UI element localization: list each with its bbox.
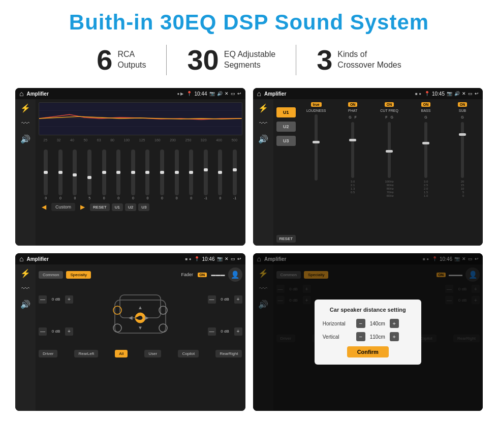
eq-x-icon: ✕ — [225, 91, 229, 96]
dialog-title: Car speaker distance setting — [323, 307, 413, 313]
dialog-overlay: Car speaker distance setting Horizontal … — [253, 253, 483, 411]
cross-location-icon: 📍 — [424, 91, 430, 96]
fader-status-bar: ⌂ Amplifier ■ ● 📍 10:46 📷 ✕ ▭ ↩ — [15, 253, 245, 264]
zone-buttons-row: Driver RearLeft All User Copilot RearRig… — [39, 350, 242, 357]
db-plus-2[interactable]: + — [65, 327, 73, 336]
eq-slider-3[interactable]: 0 — [73, 150, 77, 200]
fader-home-icon[interactable]: ⌂ — [19, 255, 23, 263]
eq-u1-btn[interactable]: U1 — [112, 203, 123, 211]
eq-sliders-area[interactable]: 0 0 0 5 — [39, 144, 242, 200]
eq-prev-btn[interactable]: ◀ — [39, 202, 49, 212]
svg-text:◀▶: ◀▶ — [135, 315, 143, 320]
db-plus-4[interactable]: + — [234, 327, 242, 336]
db-minus-2[interactable]: — — [39, 327, 47, 336]
stat-eq: 30 EQ AdjustableSegments — [167, 46, 296, 74]
screens-grid: ⌂ Amplifier ● ▶ 📍 10:44 📷 🔊 ✕ ▭ ↩ ⚡ 〰 🔊 — [15, 88, 483, 411]
vertical-plus-btn[interactable]: + — [390, 332, 399, 341]
horizontal-minus-btn[interactable]: − — [356, 319, 365, 328]
vertical-minus-btn[interactable]: − — [356, 332, 365, 341]
eq-reset-btn[interactable]: RESET — [90, 203, 110, 211]
db-row-1: — 0 dB + — [39, 295, 73, 304]
rearleft-btn[interactable]: RearLeft — [74, 350, 98, 357]
confirm-button[interactable]: Confirm — [347, 346, 389, 357]
eq-slider-14[interactable]: -1 — [233, 150, 237, 200]
eq-slider-11[interactable]: 0 — [189, 150, 193, 200]
bass-label: BASS — [421, 109, 431, 112]
u2-button[interactable]: U2 — [276, 122, 296, 132]
eq-slider-7[interactable]: 0 — [131, 150, 135, 200]
eq-sidebar-wave-icon[interactable]: 〰 — [21, 119, 29, 128]
eq-slider-2[interactable]: 0 — [58, 150, 63, 200]
fader-sidebar-wave-icon[interactable]: 〰 — [21, 284, 29, 293]
cross-sidebar-wave-icon[interactable]: 〰 — [259, 119, 267, 128]
vertical-label: Vertical — [323, 334, 353, 340]
eq-slider-8[interactable]: 0 — [145, 150, 149, 200]
cross-sidebar-vol-icon[interactable]: 🔊 — [258, 134, 268, 144]
eq-slider-13[interactable]: 0 — [218, 150, 222, 200]
horizontal-plus-btn[interactable]: + — [390, 319, 399, 328]
fader-sidebar-vol-icon[interactable]: 🔊 — [20, 300, 30, 309]
right-db-controls: — 0 dB + — 0 dB + — [208, 285, 242, 346]
ch-bass: ON BASS G 3.0 2.5 2.0 1.5 1.0 — [409, 102, 443, 243]
db-plus-1[interactable]: + — [65, 295, 73, 304]
bass-track[interactable] — [424, 122, 427, 178]
eq-slider-1[interactable]: 0 — [44, 150, 48, 200]
eq-u2-btn[interactable]: U2 — [125, 203, 136, 211]
db-row-3: — 0 dB + — [208, 295, 242, 304]
db-minus-1[interactable]: — — [39, 295, 47, 304]
db-val-3: 0 dB — [218, 297, 232, 302]
phat-track[interactable] — [351, 122, 354, 178]
eq-slider-6[interactable]: 0 — [116, 150, 120, 200]
ch-sub: ON SUB G 20 15 10 5 0 — [445, 102, 480, 243]
eq-slider-5[interactable]: 0 — [102, 150, 106, 200]
horizontal-control: − 140cm + — [356, 319, 399, 328]
fader-sidebar-eq-icon[interactable]: ⚡ — [20, 268, 30, 278]
db-plus-3[interactable]: + — [234, 295, 242, 304]
fader-specialty-tab[interactable]: Specialty — [66, 271, 90, 279]
cross-reset-btn[interactable]: RESET — [276, 235, 296, 243]
rearright-btn[interactable]: RearRight — [215, 350, 242, 357]
svg-text:▲: ▲ — [138, 305, 143, 310]
svg-text:◀: ◀ — [129, 315, 133, 320]
eq-screen-title: Amplifier — [26, 91, 174, 97]
sub-track[interactable] — [461, 122, 464, 178]
stat-crossover-text: Kinds ofCrossover Modes — [337, 49, 401, 71]
db-minus-4[interactable]: — — [208, 327, 216, 336]
all-btn[interactable]: All — [115, 350, 128, 357]
cutfreq-on-badge: ON — [385, 102, 394, 107]
db-minus-3[interactable]: — — [208, 295, 216, 304]
eq-play-btn[interactable]: ▶ — [77, 202, 88, 212]
cutfreq-track[interactable] — [388, 122, 391, 178]
loudness-label: LOUDNESS — [306, 109, 326, 112]
fader-dot-icons: ■ ● — [185, 257, 192, 261]
fader-layout: — 0 dB + — 0 dB + — [39, 285, 242, 346]
car-svg: ◀▶ ▲ ▼ ◀ ▶ — [107, 285, 173, 346]
eq-slider-10[interactable]: 0 — [175, 150, 179, 200]
u3-button[interactable]: U3 — [276, 136, 296, 146]
eq-home-icon[interactable]: ⌂ — [19, 89, 23, 98]
cross-home-icon[interactable]: ⌂ — [257, 89, 261, 98]
eq-slider-4[interactable]: 5 — [87, 150, 91, 200]
fader-profile-btn[interactable]: 👤 — [228, 267, 242, 282]
eq-sidebar-vol-icon[interactable]: 🔊 — [20, 134, 30, 144]
loudness-track[interactable] — [315, 114, 318, 181]
eq-slider-9[interactable]: 0 — [160, 150, 164, 200]
fader-main-area: Common Specialty Fader ON ▬▬▬ 👤 — [36, 264, 245, 411]
u1-button[interactable]: U1 — [276, 107, 296, 117]
cross-screen-content: ⚡ 〰 🔊 U1 U2 U3 RESET true — [253, 99, 483, 246]
fader-status-icons: 📍 10:46 📷 ✕ ▭ ↩ — [194, 256, 241, 262]
copilot-btn[interactable]: Copilot — [178, 350, 199, 357]
cross-sidebar-eq-icon[interactable]: ⚡ — [258, 103, 268, 113]
crossover-screen: ⌂ Amplifier ■ ● 📍 10:45 📷 🔊 ✕ ▭ ↩ ⚡ 〰 🔊 — [253, 88, 483, 246]
driver-btn[interactable]: Driver — [39, 350, 57, 357]
eq-slider-12[interactable]: -1 — [204, 150, 208, 200]
cross-sliders-area: true LOUDNESS ON PHAT G F — [299, 102, 480, 243]
eq-sidebar-eq-icon[interactable]: ⚡ — [20, 103, 30, 113]
eq-graph — [39, 102, 242, 135]
horizontal-value: 140cm — [367, 321, 388, 326]
eq-u3-btn[interactable]: U3 — [138, 203, 149, 211]
stat-eq-text: EQ AdjustableSegments — [224, 49, 275, 71]
fader-common-tab[interactable]: Common — [39, 271, 63, 279]
user-btn[interactable]: User — [144, 350, 161, 357]
stat-rca-number: 6 — [97, 46, 112, 74]
